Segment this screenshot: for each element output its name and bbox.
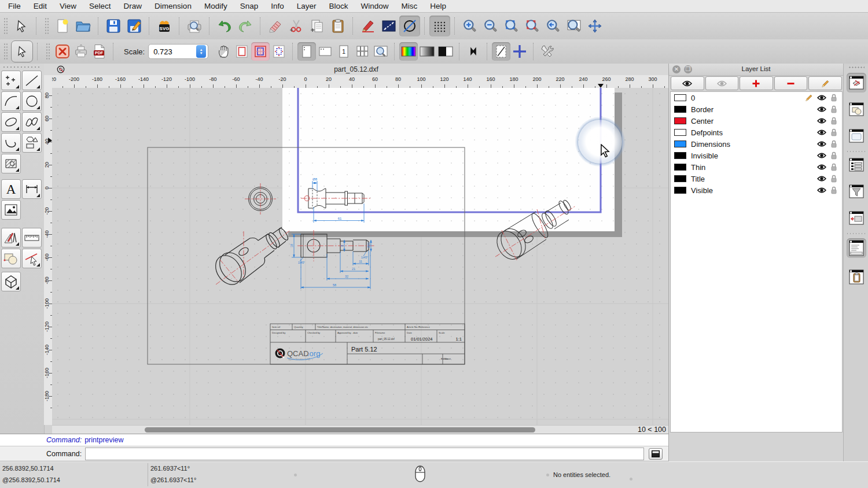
- menu-dimension[interactable]: Dimension: [155, 2, 192, 10]
- zoom-window-button[interactable]: [564, 16, 584, 36]
- show-margins-button[interactable]: [251, 42, 270, 61]
- open-file-button[interactable]: [73, 16, 94, 36]
- pan-paper-button[interactable]: [214, 42, 233, 61]
- layer-visibility-icon[interactable]: [817, 106, 826, 113]
- palette-drag-handle[interactable]: [2, 65, 41, 69]
- distance-tool-button[interactable]: [378, 16, 399, 36]
- layer-row-0[interactable]: 0: [671, 92, 842, 103]
- layer-row-thin[interactable]: Thin: [671, 161, 842, 173]
- layer-color-swatch[interactable]: [674, 175, 686, 182]
- line-tools-button[interactable]: [22, 71, 42, 90]
- dock-library-browser-button[interactable]: [847, 126, 866, 146]
- layer-row-title[interactable]: Title: [671, 173, 842, 184]
- point-tools-button[interactable]: [1, 71, 21, 90]
- document-tab-title[interactable]: part_05.12.dxf: [44, 65, 668, 73]
- layer-row-invisible[interactable]: Invisible: [671, 150, 842, 161]
- dock-block-list-button[interactable]: [847, 99, 866, 119]
- layer-lock-icon[interactable]: [830, 186, 837, 194]
- menu-snap[interactable]: Snap: [240, 2, 259, 10]
- show-paper-borders-button[interactable]: [233, 42, 251, 61]
- layer-color-swatch[interactable]: [674, 94, 686, 101]
- undo-button[interactable]: [214, 16, 235, 36]
- select-pointer-button[interactable]: [11, 16, 32, 36]
- draw-from-scratch-button[interactable]: [358, 16, 378, 36]
- hatch-tools-button[interactable]: [1, 154, 21, 173]
- black-white-button[interactable]: [436, 42, 455, 61]
- spline-tools-button[interactable]: [22, 112, 42, 132]
- measure-tools-button[interactable]: [22, 228, 42, 247]
- print-button[interactable]: [72, 42, 90, 61]
- grayscale-button[interactable]: [418, 42, 436, 61]
- save-as-button[interactable]: [124, 16, 145, 36]
- copy-button[interactable]: [307, 16, 328, 36]
- edit-layer-button[interactable]: [808, 76, 842, 90]
- drawing-canvas[interactable]: Ø8 61: [52, 88, 668, 425]
- command-options-button[interactable]: [649, 448, 663, 460]
- scale-input[interactable]: [149, 47, 196, 57]
- new-file-button[interactable]: [52, 16, 73, 36]
- dock-clipboard-button[interactable]: [847, 267, 866, 287]
- auto-zoom-button[interactable]: [501, 16, 522, 36]
- layer-color-swatch[interactable]: [674, 164, 686, 171]
- menu-edit[interactable]: Edit: [34, 2, 47, 10]
- multiple-pages-button[interactable]: [353, 42, 372, 61]
- layer-color-swatch[interactable]: [674, 141, 686, 147]
- cut-button[interactable]: [286, 16, 307, 36]
- svg-export-button[interactable]: SVG: [154, 16, 175, 36]
- close-print-preview-button[interactable]: [53, 42, 72, 61]
- layer-color-swatch[interactable]: [674, 129, 686, 136]
- crosshair-button[interactable]: [510, 42, 529, 61]
- layer-row-dimensions[interactable]: Dimensions: [671, 138, 842, 150]
- toolbar-drag-handle[interactable]: [3, 17, 9, 35]
- dock-layer-list-button[interactable]: [847, 73, 866, 93]
- layer-row-center[interactable]: Center: [671, 115, 842, 127]
- layer-row-visible[interactable]: Visible: [671, 184, 842, 196]
- auto-fit-drawing-button[interactable]: [270, 42, 288, 61]
- menu-block[interactable]: Block: [329, 2, 348, 10]
- preview-pointer-button[interactable]: [11, 40, 33, 62]
- scale-stepper[interactable]: ▲▼: [196, 45, 206, 58]
- landscape-button[interactable]: [316, 42, 334, 61]
- layer-visibility-icon[interactable]: [817, 164, 826, 171]
- redo-button[interactable]: [235, 16, 256, 36]
- dock-command-line-button[interactable]: [847, 238, 866, 258]
- dock-selection-filter-button[interactable]: [847, 182, 866, 201]
- restrict-angle-button[interactable]: [399, 16, 420, 36]
- zoom-in-button[interactable]: [459, 16, 480, 36]
- layer-color-swatch[interactable]: [674, 187, 686, 194]
- block-tools-button[interactable]: [1, 249, 21, 268]
- menu-select[interactable]: Select: [89, 2, 111, 10]
- layer-lock-icon[interactable]: [830, 94, 837, 102]
- print-preview-button[interactable]: [184, 16, 205, 36]
- dock-drag-handle[interactable]: [848, 66, 865, 69]
- menu-info[interactable]: Info: [271, 2, 284, 10]
- horizontal-scrollbar[interactable]: 10 < 100: [52, 425, 668, 434]
- hairline-mode-button[interactable]: [464, 42, 483, 61]
- save-button[interactable]: [103, 16, 124, 36]
- layer-visibility-icon[interactable]: [817, 141, 826, 147]
- layer-lock-icon[interactable]: [830, 140, 837, 148]
- command-input[interactable]: [85, 448, 644, 460]
- menu-misc[interactable]: Misc: [402, 2, 418, 10]
- layer-lock-icon[interactable]: [830, 128, 837, 136]
- selection-tools-button[interactable]: [22, 249, 42, 268]
- layer-lock-icon[interactable]: [830, 151, 837, 160]
- settings-tools-button[interactable]: [538, 42, 557, 61]
- layer-lock-icon[interactable]: [830, 117, 837, 125]
- dock-reference-manager-button[interactable]: [847, 208, 866, 228]
- hide-all-layers-button[interactable]: [705, 76, 739, 90]
- layer-lock-icon[interactable]: [830, 105, 837, 113]
- arc-tools-button[interactable]: [1, 91, 21, 111]
- text-tool-button[interactable]: A: [1, 179, 21, 199]
- layer-lock-icon[interactable]: [830, 175, 837, 183]
- single-page-button[interactable]: 1: [334, 42, 353, 61]
- full-color-button[interactable]: [399, 42, 418, 61]
- ellipse-tools-button[interactable]: [1, 112, 21, 132]
- layer-visibility-icon[interactable]: [817, 175, 826, 182]
- polyline-tools-button[interactable]: [1, 133, 21, 153]
- layer-color-swatch[interactable]: [674, 106, 686, 113]
- scrollbar-thumb[interactable]: [145, 427, 535, 432]
- page-diagonal-button[interactable]: [492, 42, 510, 61]
- layer-row-defpoints[interactable]: Defpoints: [671, 127, 842, 138]
- menu-file[interactable]: File: [8, 2, 21, 10]
